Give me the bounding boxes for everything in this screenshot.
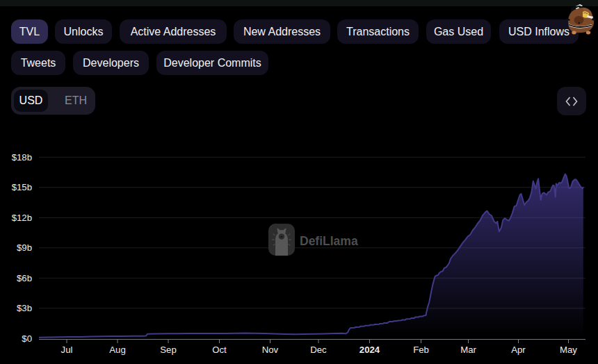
svg-text:Apr: Apr <box>511 345 526 355</box>
svg-text:Dec: Dec <box>310 345 327 355</box>
svg-text:Feb: Feb <box>413 345 429 355</box>
svg-text:DefiLlama: DefiLlama <box>300 234 358 248</box>
svg-text:$18b: $18b <box>12 152 32 163</box>
svg-text:$6b: $6b <box>17 273 32 283</box>
svg-text:Aug: Aug <box>109 345 125 355</box>
svg-text:Sep: Sep <box>160 345 176 355</box>
svg-text:$0: $0 <box>22 333 32 344</box>
svg-text:Mar: Mar <box>460 345 476 355</box>
svg-text:$15b: $15b <box>12 182 32 192</box>
svg-text:$3b: $3b <box>17 303 32 313</box>
svg-text:2024: 2024 <box>359 345 380 355</box>
svg-text:Nov: Nov <box>262 345 279 355</box>
svg-text:$9b: $9b <box>17 242 32 253</box>
svg-text:$12b: $12b <box>12 213 32 223</box>
svg-text:Jul: Jul <box>61 345 73 355</box>
svg-text:May: May <box>560 345 577 355</box>
svg-text:Oct: Oct <box>212 345 227 355</box>
